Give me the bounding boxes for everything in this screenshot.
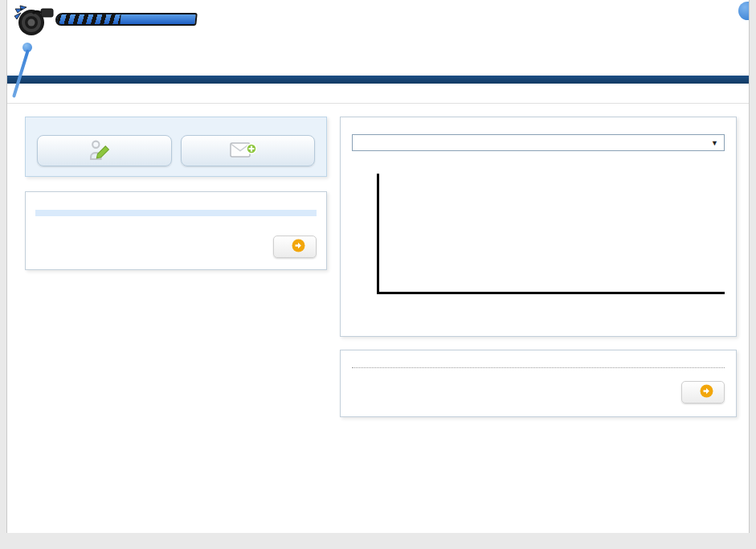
latest-stats-panel: ▼ bbox=[340, 117, 737, 337]
campaigns-panel bbox=[25, 191, 327, 270]
chevron-down-icon: ▼ bbox=[711, 139, 718, 147]
arrow-circle-icon bbox=[700, 384, 713, 400]
campaigns-filter-bar bbox=[35, 210, 317, 216]
create-email-button[interactable] bbox=[181, 135, 316, 166]
right-column: ▼ bbox=[340, 117, 737, 417]
stats-period-select[interactable]: ▼ bbox=[352, 134, 725, 151]
header bbox=[7, 0, 749, 51]
navy-divider-bar bbox=[7, 76, 749, 84]
main-nav-row bbox=[7, 51, 749, 76]
contact-lists-panel bbox=[340, 350, 737, 417]
chart-plot-area bbox=[377, 174, 725, 294]
main-nav-tabs bbox=[17, 51, 749, 76]
campaigns-footer bbox=[35, 236, 317, 258]
dotted-divider bbox=[352, 367, 725, 368]
corner-dot-decoration bbox=[738, 2, 750, 20]
logo-text bbox=[52, 2, 197, 26]
arrow-circle-icon bbox=[292, 239, 305, 255]
view-all-campaigns-button[interactable] bbox=[273, 236, 317, 258]
main-content: ▼ bbox=[7, 104, 749, 417]
logo-email-bar bbox=[55, 13, 198, 26]
contact-lists-footer bbox=[352, 381, 725, 404]
manage-lists-button[interactable] bbox=[37, 135, 172, 166]
create-email-icon bbox=[230, 141, 257, 161]
get-started-buttons bbox=[37, 135, 315, 166]
see-all-contact-lists-button[interactable] bbox=[681, 381, 725, 404]
left-column bbox=[25, 117, 327, 270]
get-started-panel bbox=[25, 117, 327, 177]
manage-lists-icon bbox=[89, 139, 111, 163]
logo bbox=[12, 2, 197, 44]
logo-stripes bbox=[56, 14, 121, 24]
recent-activity-bar bbox=[7, 84, 749, 104]
contact-activity-chart bbox=[352, 174, 725, 294]
content-columns: ▼ bbox=[25, 117, 737, 417]
chart-y-axis bbox=[355, 174, 377, 294]
page: ▼ bbox=[6, 0, 750, 533]
